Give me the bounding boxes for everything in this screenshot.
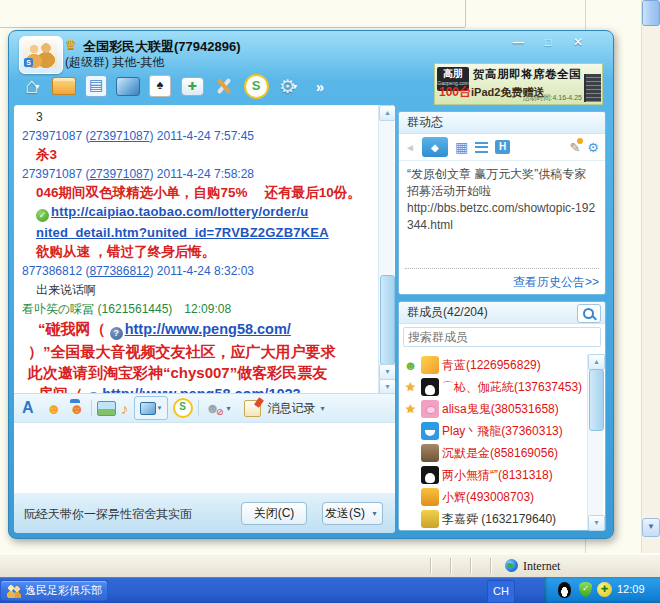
capture-caret-icon[interactable]: ▾	[158, 404, 162, 412]
member-avatar	[421, 488, 439, 506]
activity-tab-icon[interactable]: H	[495, 140, 510, 154]
chat-segment: 3	[36, 110, 43, 124]
scroll-up-icon[interactable]: ▲	[379, 105, 395, 121]
group-avatar[interactable]: S	[19, 36, 63, 74]
photos-tab-icon[interactable]: ▦	[455, 139, 468, 155]
chat-history-area[interactable]: 3 273971087 (273971087) 2011-4-24 7:57:4…	[14, 105, 395, 393]
chat-messages: 3 273971087 (273971087) 2011-4-24 7:57:4…	[14, 107, 376, 393]
chat-segment[interactable]: http://www.peng58.com/1023	[102, 386, 300, 393]
ad-headline: 贺高朋即将席卷全国	[473, 67, 581, 82]
settings-caret-icon[interactable]: ▾	[293, 82, 297, 91]
history-caret-icon[interactable]: ▾	[321, 404, 325, 413]
statusbar-divider	[470, 558, 471, 574]
message-history-icon[interactable]	[244, 397, 261, 419]
close-button[interactable]: 关闭(C)	[241, 502, 307, 525]
maximize-icon[interactable]: □	[537, 35, 559, 51]
chat-line: ✓http://caipiao.taobao.com/lottery/order…	[14, 202, 376, 223]
announcement-url[interactable]: http://bbs.betzc.com/showtopic-192344.ht…	[407, 200, 597, 234]
soso-input-icon[interactable]: S	[173, 397, 193, 419]
chat-segment[interactable]: nited_detail.htm?united_id=7RVBZ2GZB7KEA	[36, 225, 329, 240]
feed-settings-icon[interactable]: ⚙	[587, 140, 599, 155]
chat-segment: 杀3	[36, 147, 57, 162]
chat-segment[interactable]: 273971087	[89, 129, 149, 143]
group-album-icon[interactable]: ▤	[83, 73, 109, 99]
search-members-icon[interactable]	[577, 304, 601, 323]
member-row[interactable]: 小辉(493008703)	[401, 486, 587, 508]
scroll-down-icon[interactable]: ▼	[588, 515, 605, 531]
security-shield-icon[interactable]: ✓	[579, 582, 592, 597]
chat-line: 房间（ ?http://www.peng58.com/1023	[14, 383, 376, 393]
announcement-text: “发原创文章 赢万元大奖”供稿专家招募活动开始啦 http://bbs.betz…	[399, 161, 605, 239]
music-share-icon[interactable]: ♪	[121, 397, 129, 419]
history-announcements-link[interactable]: 查看历史公告>>	[513, 275, 599, 289]
members-header: 群成员(42/204)	[399, 302, 605, 324]
share-folder-icon[interactable]	[51, 73, 77, 99]
ad-banner[interactable]: 高朋Gaopeng.com 贺高朋即将席卷全国 100台iPad2免费赠送 活动…	[434, 63, 603, 105]
create-topic-icon[interactable]: ✚	[179, 73, 205, 99]
taskbar-window-button[interactable]: 逸民足彩俱乐部	[0, 580, 108, 601]
member-rank-icon: ★	[403, 402, 418, 416]
font-style-icon[interactable]: A	[22, 397, 40, 419]
super-group-badge: S	[24, 58, 33, 67]
chat-segment: ) 2011-4-24 8:32:03	[149, 264, 254, 278]
member-scrollbar-thumb[interactable]	[589, 369, 604, 431]
soso-icon[interactable]: S	[243, 73, 269, 99]
news-ticker[interactable]: 阮经天带你一探异性宿舍其实面	[24, 506, 192, 523]
chat-segment: ✓	[36, 209, 49, 222]
qq-tray-icon[interactable]	[558, 582, 571, 598]
chat-segment[interactable]: 877386812	[89, 264, 149, 278]
group-settings-icon[interactable]: ⚙▾	[275, 73, 301, 99]
block-caret-icon[interactable]: ▾	[227, 404, 231, 413]
update-tray-icon[interactable]: ✚	[597, 582, 612, 597]
collapse-panel-icon[interactable]: ◄	[405, 142, 415, 153]
home-caret-icon[interactable]: ▾	[35, 82, 39, 91]
chat-scrollbar-thumb[interactable]	[380, 275, 395, 365]
member-scrollbar[interactable]: ▲ ▼	[587, 354, 603, 530]
toolbar-divider	[91, 400, 92, 416]
ad-building-graphic	[584, 74, 601, 102]
chat-segment[interactable]: 273971087	[89, 167, 149, 181]
member-search-input[interactable]	[403, 327, 601, 347]
group-activity-icon[interactable]	[211, 73, 237, 99]
message-history-label[interactable]: 消息记录	[268, 400, 316, 417]
magic-emoticon-icon[interactable]: ☻	[68, 397, 86, 419]
scroll-up-icon[interactable]: ▲	[588, 354, 605, 370]
home-icon[interactable]: ⌂▾	[19, 73, 45, 99]
chat-line: 046期间双色球精选小单，自购75% 还有最后10份。	[14, 183, 376, 202]
edit-announcement-icon[interactable]: ✎	[569, 140, 580, 155]
chat-scrollbar[interactable]: ▲ ▼ ▼	[378, 105, 394, 393]
list-tab-icon[interactable]	[475, 142, 488, 153]
member-row[interactable]: 沉默是金(858169056)	[401, 442, 587, 464]
member-row[interactable]: 两小無猜“”(8131318)	[401, 464, 587, 486]
send-options-caret-icon[interactable]: ▾	[367, 502, 383, 525]
scroll-down-icon[interactable]: ▼	[379, 364, 395, 380]
member-row[interactable]: 李嘉舜 (1632179640)	[401, 508, 587, 530]
chat-segment: 273971087 (	[22, 167, 89, 181]
screen-capture-icon[interactable]: ▾	[134, 396, 168, 420]
group-games-icon[interactable]: ♠	[147, 73, 173, 99]
chat-segment[interactable]: http://caipiao.taobao.com/lottery/order/…	[51, 204, 308, 219]
member-row[interactable]: ☻ 青蓝(1226956829)	[401, 354, 587, 376]
browser-scrollbar[interactable]	[641, 0, 660, 553]
announcement-tab-icon[interactable]: ◆	[422, 137, 448, 157]
send-button[interactable]: 发送(S)	[322, 502, 368, 525]
language-indicator[interactable]: CH	[487, 580, 515, 603]
member-row[interactable]: Play丶飛龍(37360313)	[401, 420, 587, 442]
browser-scrollbar-down-icon[interactable]: ▼	[642, 518, 660, 537]
close-icon[interactable]: ✕	[567, 35, 589, 51]
send-image-icon[interactable]	[97, 397, 116, 419]
block-member-icon[interactable]: ☻	[204, 397, 222, 419]
member-row[interactable]: ★ ⌒杺、伽茈統(137637453)	[401, 376, 587, 398]
member-name: 青蓝(1226956829)	[442, 357, 541, 374]
scroll-down-icon[interactable]: ▼	[379, 379, 395, 393]
emoticon-icon[interactable]: ☻	[45, 397, 63, 419]
chat-segment: 欲购从速 ，错过了终身后悔。	[36, 244, 215, 259]
group-video-icon[interactable]	[115, 73, 141, 99]
member-name: 李嘉舜 (1632179640)	[442, 511, 556, 528]
toolbar-overflow-icon[interactable]: »	[307, 73, 333, 99]
minimize-icon[interactable]: —	[507, 35, 529, 51]
chat-segment[interactable]: http://www.peng58.com/	[125, 321, 291, 337]
message-input-area[interactable]	[14, 425, 395, 493]
member-row[interactable]: ★ alisa鬼鬼(380531658)	[401, 398, 587, 420]
browser-scrollbar-thumb[interactable]	[642, 0, 660, 26]
